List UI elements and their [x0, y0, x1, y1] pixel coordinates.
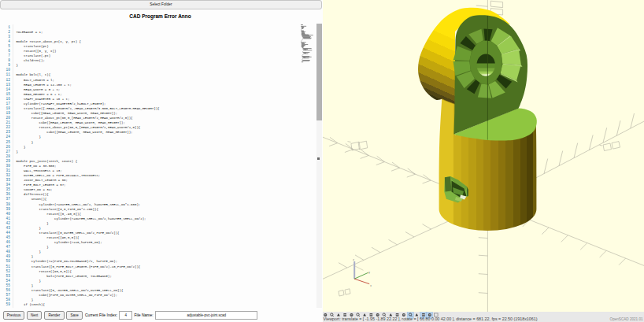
svg-text:Viewport: translate = [ -1.95: Viewport: translate = [ -1.95 -1.89 22.2… [324, 316, 538, 321]
svg-text:OpenSCAD 2021.01: OpenSCAD 2021.01 [610, 317, 643, 321]
